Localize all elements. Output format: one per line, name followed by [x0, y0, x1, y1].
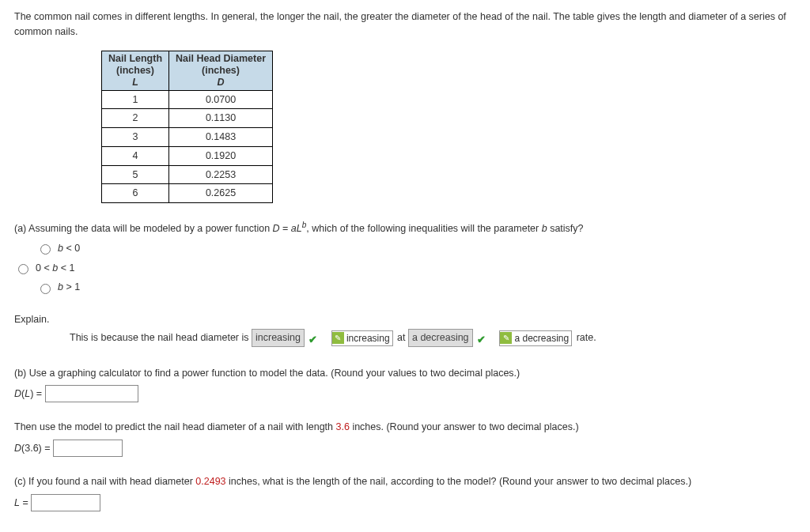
part-a-prompt: (a) Assuming the data will be modeled by… — [14, 219, 796, 236]
check-icon: ✔ — [308, 333, 320, 344]
eq-label-DL: D — [14, 388, 21, 399]
part-a: (a) Assuming the data will be modeled by… — [14, 219, 796, 295]
part-b-then: Then use the model to predict the nail h… — [14, 420, 796, 457]
answer-box-2[interactable]: a decreasing — [408, 329, 473, 347]
explain-label: Explain. — [14, 312, 796, 327]
intro-text: The common nail comes in different lengt… — [14, 9, 796, 40]
input-predicted-length[interactable] — [31, 494, 100, 511]
diameter-value: 0.2493 — [195, 476, 225, 487]
pin-icon: ✎ — [332, 332, 344, 344]
radio-label: 0 < b < 1 — [36, 261, 74, 276]
radio-label: b > 1 — [58, 280, 80, 295]
check-icon: ✔ — [477, 333, 488, 344]
radio-0-lt-b-lt-1[interactable] — [18, 264, 28, 274]
part-b-prompt: (b) Use a graphing calculator to find a … — [14, 366, 796, 381]
table-row: 30.1483 — [102, 128, 273, 147]
alt-answer-1[interactable]: ✎increasing — [331, 330, 393, 346]
part-b: (b) Use a graphing calculator to find a … — [14, 366, 796, 403]
explain-sentence: This is because the nail head diameter i… — [70, 329, 796, 347]
table-row: 60.2625 — [102, 184, 273, 203]
table-row: 20.1130 — [102, 109, 273, 128]
radio-b-gt-1[interactable] — [40, 284, 51, 294]
table-row: 40.1920 — [102, 146, 273, 165]
radio-b-lt-0[interactable] — [40, 244, 51, 255]
radio-label: b < 0 — [58, 241, 80, 256]
input-predicted-diameter[interactable] — [53, 440, 123, 457]
alt-answer-2[interactable]: ✎a decreasing — [499, 330, 572, 346]
pin-icon: ✎ — [500, 332, 512, 344]
answer-box-1[interactable]: increasing — [252, 329, 305, 347]
col-header-length: Nail Length (inches) L — [102, 51, 169, 90]
length-value: 3.6 — [336, 421, 350, 432]
table-row: 50.2253 — [102, 165, 273, 184]
input-power-function[interactable] — [45, 385, 138, 402]
table-row: 10.0700 — [102, 90, 273, 109]
col-header-diameter: Nail Head Diameter (inches) D — [169, 51, 273, 90]
part-c: (c) If you found a nail with head diamet… — [14, 474, 796, 511]
nail-data-table: Nail Length (inches) L Nail Head Diamete… — [101, 51, 273, 204]
